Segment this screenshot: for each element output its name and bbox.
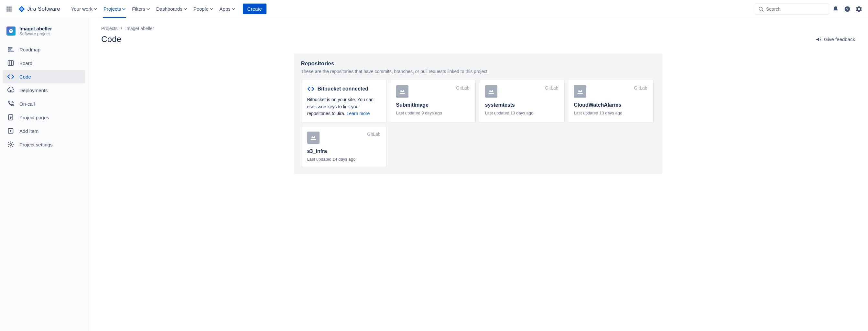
svg-point-5 bbox=[10, 8, 12, 10]
nav-apps[interactable]: Apps bbox=[216, 0, 238, 18]
repo-name: SubmitImage bbox=[396, 102, 470, 108]
breadcrumb: Projects / ImageLabeller bbox=[101, 26, 855, 31]
sidebar-item-roadmap[interactable]: Roadmap bbox=[3, 43, 85, 56]
svg-point-8 bbox=[10, 10, 12, 12]
code-icon bbox=[307, 85, 314, 93]
breadcrumb-project[interactable]: ImageLabeller bbox=[125, 26, 154, 31]
board-icon bbox=[7, 60, 14, 67]
project-pages-icon bbox=[7, 114, 14, 121]
chevron-down-icon bbox=[122, 7, 125, 11]
nav-your-work[interactable]: Your work bbox=[68, 0, 100, 18]
repositories-panel: Repositories These are the repositories … bbox=[294, 53, 663, 174]
top-navigation: Jira Software Your workProjectsFiltersDa… bbox=[0, 0, 868, 18]
help-icon[interactable]: ? bbox=[842, 4, 852, 14]
repo-name: s3_infra bbox=[307, 148, 381, 154]
project-settings-icon bbox=[7, 141, 14, 148]
product-name: Jira Software bbox=[27, 6, 60, 12]
bitbucket-body: Bitbucket is on your site. You can use i… bbox=[307, 96, 381, 117]
sidebar-item-label: Project pages bbox=[20, 115, 49, 120]
repo-icon bbox=[307, 132, 319, 144]
roadmap-icon bbox=[7, 46, 14, 53]
nav-people[interactable]: People bbox=[190, 0, 216, 18]
chevron-down-icon bbox=[232, 7, 235, 11]
jira-logo[interactable]: Jira Software bbox=[16, 5, 63, 12]
svg-point-28 bbox=[10, 143, 12, 145]
learn-more-link[interactable]: Learn more bbox=[347, 111, 370, 116]
breadcrumb-root[interactable]: Projects bbox=[101, 26, 118, 31]
svg-point-2 bbox=[10, 6, 12, 8]
repo-icon bbox=[485, 85, 497, 98]
svg-point-19 bbox=[12, 101, 12, 102]
provider-label: GitLab bbox=[367, 132, 380, 137]
provider-label: GitLab bbox=[456, 85, 469, 91]
panel-subtitle: These are the repositories that have com… bbox=[301, 69, 655, 74]
sidebar-item-label: Board bbox=[20, 61, 32, 66]
svg-point-0 bbox=[6, 6, 8, 8]
repo-updated: Last updated 13 days ago bbox=[485, 110, 559, 115]
svg-rect-13 bbox=[8, 47, 12, 48]
project-type: Software project bbox=[20, 31, 52, 36]
svg-point-4 bbox=[8, 8, 10, 10]
repo-card[interactable]: GitLabSubmitImageLast updated 9 days ago bbox=[390, 80, 476, 123]
sidebar-item-code[interactable]: Code bbox=[3, 70, 85, 84]
chevron-down-icon bbox=[184, 7, 187, 11]
nav-dashboards[interactable]: Dashboards bbox=[153, 0, 190, 18]
svg-point-3 bbox=[6, 8, 8, 10]
repo-card[interactable]: GitLabCloudWatchAlarmsLast updated 13 da… bbox=[568, 80, 654, 123]
sidebar-item-project-pages[interactable]: Project pages bbox=[3, 110, 85, 124]
chevron-down-icon bbox=[147, 7, 150, 11]
sidebar-item-label: Code bbox=[20, 74, 31, 79]
provider-label: GitLab bbox=[545, 85, 558, 91]
repo-name: CloudWatchAlarms bbox=[574, 102, 647, 108]
sidebar-item-project-settings[interactable]: Project settings bbox=[3, 138, 85, 151]
notifications-icon[interactable] bbox=[831, 4, 841, 14]
project-header[interactable]: ImageLabeller Software project bbox=[3, 25, 85, 43]
add-item-icon bbox=[7, 127, 14, 134]
project-name: ImageLabeller bbox=[20, 26, 52, 31]
search-icon bbox=[758, 6, 764, 12]
bitbucket-info-card: Bitbucket connected Bitbucket is on your… bbox=[301, 80, 387, 123]
svg-point-1 bbox=[8, 6, 10, 8]
repo-card[interactable]: GitLabsystemtestsLast updated 13 days ag… bbox=[479, 80, 565, 123]
repo-card[interactable]: GitLabs3_infraLast updated 14 days ago bbox=[301, 126, 387, 167]
on-call-icon bbox=[7, 100, 14, 107]
search-input[interactable] bbox=[766, 6, 826, 12]
sidebar-item-label: On-call bbox=[20, 101, 35, 107]
svg-point-20 bbox=[12, 102, 13, 103]
repo-icon bbox=[396, 85, 408, 98]
main-content: Projects / ImageLabeller Code Give feedb… bbox=[88, 18, 868, 331]
sidebar-item-label: Add item bbox=[20, 128, 38, 134]
nav-filters[interactable]: Filters bbox=[129, 0, 153, 18]
deployments-icon bbox=[7, 87, 14, 94]
create-button[interactable]: Create bbox=[243, 4, 267, 14]
code-icon bbox=[7, 73, 14, 80]
svg-rect-16 bbox=[8, 61, 13, 66]
svg-rect-14 bbox=[8, 49, 11, 50]
settings-icon[interactable] bbox=[854, 4, 864, 14]
repo-updated: Last updated 9 days ago bbox=[396, 110, 470, 115]
app-switcher-icon[interactable] bbox=[4, 4, 14, 14]
repo-icon bbox=[574, 85, 586, 98]
repo-updated: Last updated 14 days ago bbox=[307, 157, 381, 162]
repo-updated: Last updated 13 days ago bbox=[574, 110, 647, 115]
provider-label: GitLab bbox=[634, 85, 647, 91]
nav-projects[interactable]: Projects bbox=[100, 0, 129, 18]
sidebar-item-add-item[interactable]: Add item bbox=[3, 124, 85, 138]
sidebar-item-label: Roadmap bbox=[20, 47, 40, 53]
sidebar-item-on-call[interactable]: On-call bbox=[3, 97, 85, 110]
sidebar-item-label: Project settings bbox=[20, 142, 53, 147]
svg-point-6 bbox=[6, 10, 8, 12]
panel-title: Repositories bbox=[301, 61, 655, 67]
sidebar-item-board[interactable]: Board bbox=[3, 56, 85, 70]
chevron-down-icon bbox=[210, 7, 213, 11]
feedback-label: Give feedback bbox=[824, 36, 855, 42]
search-box[interactable] bbox=[755, 4, 829, 14]
sidebar-item-deployments[interactable]: Deployments bbox=[3, 84, 85, 97]
project-avatar-icon bbox=[6, 27, 16, 36]
give-feedback-button[interactable]: Give feedback bbox=[816, 36, 855, 42]
jira-logo-icon bbox=[18, 5, 25, 12]
svg-rect-15 bbox=[8, 51, 13, 52]
chevron-down-icon bbox=[94, 7, 97, 11]
svg-point-7 bbox=[8, 10, 10, 12]
repo-name: systemtests bbox=[485, 102, 559, 108]
